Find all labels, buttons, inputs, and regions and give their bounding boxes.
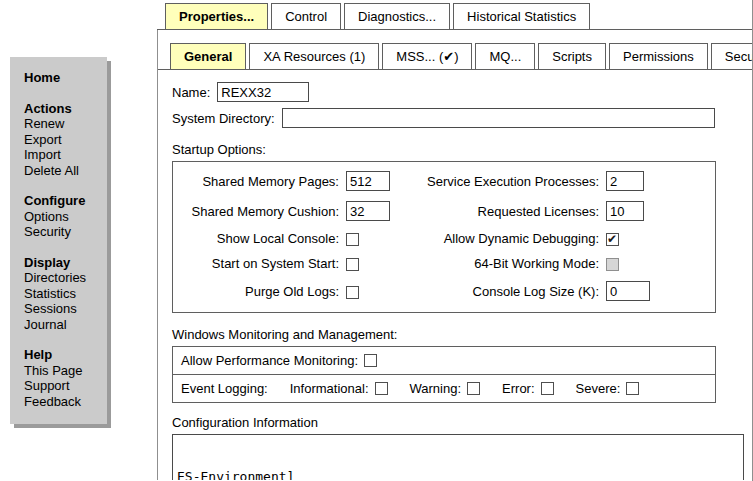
monitoring-group: Allow Performance Monitoring: Event Logg…	[172, 346, 716, 403]
event-severe-label: Severe:	[576, 381, 621, 396]
shared-memory-cushion-label: Shared Memory Cushion:	[181, 204, 346, 219]
sidebar-item-security[interactable]: Security	[24, 224, 101, 240]
event-error-checkbox[interactable]	[541, 382, 554, 395]
primary-tabbar: Properties... Control Diagnostics... His…	[157, 0, 752, 30]
event-logging-label: Event Logging:	[181, 381, 268, 396]
sidebar-item-support[interactable]: Support	[24, 378, 101, 394]
shared-memory-pages-label: Shared Memory Pages:	[181, 174, 346, 189]
sidebar-header-configure: Configure	[24, 193, 101, 209]
configuration-textarea[interactable]: ES-Environment] MFTRACE_CONFIG=C:\Users\…	[172, 434, 744, 480]
performance-monitoring-row: Allow Performance Monitoring:	[173, 347, 715, 374]
start-on-system-start-label: Start on System Start:	[181, 256, 346, 271]
start-on-system-start-checkbox[interactable]	[346, 258, 359, 271]
main-area: Properties... Control Diagnostics... His…	[157, 0, 753, 481]
sidebar-item-journal[interactable]: Journal	[24, 317, 101, 333]
tab-security[interactable]: Security	[711, 43, 752, 69]
service-execution-processes-input[interactable]	[606, 171, 644, 191]
sidebar-item-feedback[interactable]: Feedback	[24, 394, 101, 410]
tab-properties[interactable]: Properties...	[165, 3, 268, 29]
tab-permissions[interactable]: Permissions	[609, 43, 708, 69]
event-warning-checkbox[interactable]	[467, 382, 480, 395]
sidebar-item-export[interactable]: Export	[24, 132, 101, 148]
sidebar-item-import[interactable]: Import	[24, 147, 101, 163]
config-line-1: ES-Environment]	[177, 469, 739, 480]
event-warning-label: Warning:	[410, 381, 462, 396]
allow-performance-monitoring-label: Allow Performance Monitoring:	[181, 353, 358, 368]
tab-diagnostics[interactable]: Diagnostics...	[344, 3, 450, 29]
tab-mq[interactable]: MQ...	[475, 43, 535, 69]
allow-dynamic-debugging-checkbox[interactable]	[606, 233, 619, 246]
configuration-information-title: Configuration Information	[172, 415, 738, 430]
shared-memory-cushion-input[interactable]	[346, 201, 390, 221]
event-error-label: Error:	[502, 381, 535, 396]
sidebar-header-display: Display	[24, 255, 101, 271]
64-bit-working-mode-label: 64-Bit Working Mode:	[406, 256, 606, 271]
sidebar-header-help: Help	[24, 347, 101, 363]
page: Home Actions Renew Export Import Delete …	[0, 0, 753, 481]
service-execution-processes-label: Service Execution Processes:	[406, 174, 606, 189]
event-severe-checkbox[interactable]	[626, 382, 639, 395]
sidebar-item-sessions[interactable]: Sessions	[24, 301, 101, 317]
purge-old-logs-label: Purge Old Logs:	[181, 284, 346, 299]
tab-control[interactable]: Control	[271, 3, 341, 29]
sidebar-item-statistics[interactable]: Statistics	[24, 286, 101, 302]
sidebar-item-directories[interactable]: Directories	[24, 270, 101, 286]
sidebar-item-options[interactable]: Options	[24, 209, 101, 225]
console-log-size-input[interactable]	[606, 281, 650, 301]
show-local-console-label: Show Local Console:	[181, 231, 346, 246]
properties-panel: General XA Resources (1) MSS... (✔) MQ..…	[157, 30, 752, 480]
event-informational-label: Informational:	[290, 381, 369, 396]
tab-general[interactable]: General	[170, 43, 246, 69]
name-label: Name:	[172, 85, 210, 100]
sidebar-header-actions: Actions	[24, 101, 101, 117]
shared-memory-pages-input[interactable]	[346, 171, 390, 191]
requested-licenses-input[interactable]	[606, 201, 644, 221]
show-local-console-checkbox[interactable]	[346, 233, 359, 246]
secondary-tabbar: General XA Resources (1) MSS... (✔) MQ..…	[158, 42, 752, 70]
startup-options-title: Startup Options:	[172, 142, 738, 157]
allow-performance-monitoring-checkbox[interactable]	[364, 354, 377, 367]
sidebar-item-home[interactable]: Home	[24, 70, 101, 86]
64-bit-working-mode-checkbox	[606, 258, 619, 271]
tab-scripts[interactable]: Scripts	[538, 43, 606, 69]
tab-historical-statistics[interactable]: Historical Statistics	[453, 3, 590, 29]
sidebar-item-this-page[interactable]: This Page	[24, 363, 101, 379]
console-log-size-label: Console Log Size (K):	[406, 284, 606, 299]
allow-dynamic-debugging-label: Allow Dynamic Debugging:	[406, 231, 606, 246]
sidebar-item-renew[interactable]: Renew	[24, 116, 101, 132]
tab-xa-resources[interactable]: XA Resources (1)	[249, 43, 379, 69]
event-informational-checkbox[interactable]	[375, 382, 388, 395]
name-input[interactable]	[217, 82, 309, 102]
system-directory-input[interactable]	[282, 108, 715, 128]
event-logging-row: Event Logging: Informational: Warning: E…	[173, 374, 715, 402]
requested-licenses-label: Requested Licenses:	[406, 204, 606, 219]
system-directory-label: System Directory:	[172, 111, 275, 126]
windows-monitoring-title: Windows Monitoring and Management:	[172, 327, 738, 342]
tab-mss[interactable]: MSS... (✔)	[382, 43, 472, 69]
sidebar-item-delete-all[interactable]: Delete All	[24, 163, 101, 179]
startup-options-group: Shared Memory Pages: Service Execution P…	[172, 161, 716, 313]
sidebar: Home Actions Renew Export Import Delete …	[10, 57, 107, 424]
purge-old-logs-checkbox[interactable]	[346, 286, 359, 299]
general-form: Name: System Directory: Startup Options:…	[158, 70, 752, 480]
